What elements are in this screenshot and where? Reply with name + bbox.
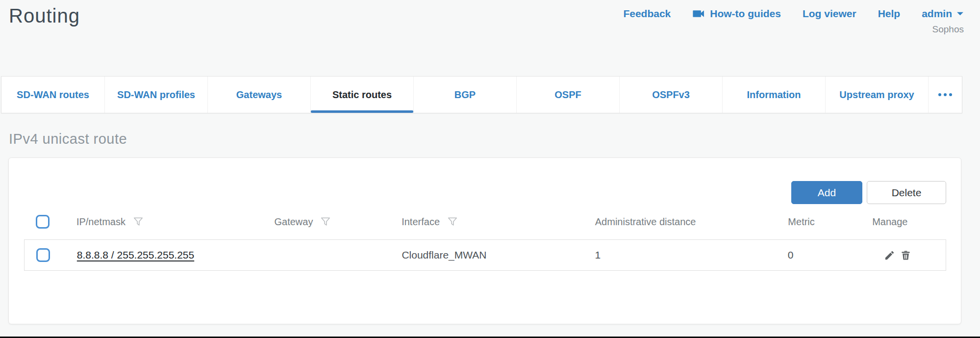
tab-gateways[interactable]: Gateways: [207, 77, 310, 113]
ip-netmask-cell: 8.8.8.8 / 255.255.255.255: [77, 249, 275, 261]
tab-information[interactable]: Information: [722, 77, 825, 113]
tab-ospfv3[interactable]: OSPFv3: [619, 77, 722, 113]
tab-upstream-proxy[interactable]: Upstream proxy: [825, 77, 928, 113]
feedback-label: Feedback: [623, 8, 671, 20]
admin-label: admin: [922, 8, 952, 20]
tab-static-routes[interactable]: Static routes: [310, 77, 413, 113]
brand-label: Sophos: [932, 24, 964, 35]
header-metric: Metric: [788, 216, 872, 228]
howto-guides-label: How-to guides: [710, 8, 781, 20]
filter-icon[interactable]: [320, 216, 331, 227]
route-link[interactable]: 8.8.8.8 / 255.255.255.255: [77, 249, 194, 261]
header-checkbox-cell: [24, 215, 76, 229]
filter-icon[interactable]: [447, 216, 458, 227]
tab-bgp[interactable]: BGP: [413, 77, 516, 113]
help-link[interactable]: Help: [878, 8, 901, 20]
howto-guides-link[interactable]: How-to guides: [692, 8, 781, 20]
chevron-down-icon: [956, 11, 964, 16]
admin-menu[interactable]: admin: [922, 8, 964, 20]
log-viewer-label: Log viewer: [803, 8, 856, 20]
header-admin-distance: Administrative distance: [595, 216, 788, 228]
video-camera-icon: [692, 8, 705, 19]
header-links: Feedback How-to guides Log viewer Help a…: [623, 8, 964, 20]
routes-card: Add Delete IP/netmask Gateway Interface …: [8, 157, 961, 324]
feedback-link[interactable]: Feedback: [623, 8, 671, 20]
row-checkbox-cell: [25, 248, 77, 262]
table-header-row: IP/netmask Gateway Interface Administrat…: [24, 204, 946, 239]
header-gateway: Gateway: [274, 216, 402, 228]
row-checkbox[interactable]: [36, 248, 50, 262]
admin-distance-cell: 1: [595, 249, 788, 261]
filter-icon[interactable]: [133, 216, 144, 227]
routes-table: IP/netmask Gateway Interface Administrat…: [24, 204, 946, 271]
tab-ospf[interactable]: OSPF: [516, 77, 619, 113]
tab-overflow-ellipsis-icon[interactable]: [928, 77, 962, 113]
section-title: IPv4 unicast route: [9, 131, 980, 147]
edit-pencil-icon[interactable]: [884, 250, 895, 261]
metric-cell: 0: [788, 249, 872, 261]
log-viewer-link[interactable]: Log viewer: [803, 8, 856, 20]
tab-bar: SD-WAN routes SD-WAN profiles Gateways S…: [1, 76, 962, 113]
manage-cell: [872, 250, 946, 261]
add-button[interactable]: Add: [791, 181, 862, 204]
interface-cell: Cloudflare_MWAN: [402, 249, 595, 261]
delete-trash-icon[interactable]: [900, 250, 911, 261]
header-interface: Interface: [402, 216, 595, 228]
delete-button[interactable]: Delete: [867, 181, 946, 204]
page-title: Routing: [9, 4, 80, 27]
help-label: Help: [878, 8, 901, 20]
select-all-checkbox[interactable]: [36, 215, 50, 229]
table-row: 8.8.8.8 / 255.255.255.255 Cloudflare_MWA…: [24, 239, 946, 271]
page-header: Routing Feedback How-to guides Log viewe…: [0, 0, 980, 76]
header-right: Feedback How-to guides Log viewer Help a…: [623, 4, 964, 35]
tab-sdwan-routes[interactable]: SD-WAN routes: [1, 77, 104, 113]
header-ip-netmask: IP/netmask: [76, 216, 275, 228]
header-manage: Manage: [872, 216, 946, 228]
tab-sdwan-profiles[interactable]: SD-WAN profiles: [104, 77, 207, 113]
toolbar: Add Delete: [9, 158, 961, 204]
